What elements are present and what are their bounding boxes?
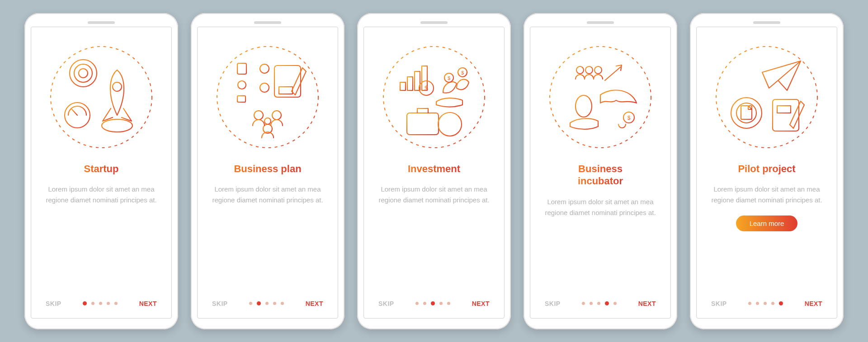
next-button[interactable]: NEXT — [139, 300, 157, 307]
dot-3[interactable] — [597, 302, 600, 305]
screen-description: Lorem ipsum dolor sit amet an mea region… — [708, 184, 825, 206]
dot-4[interactable] — [273, 302, 276, 305]
dot-2[interactable] — [756, 302, 759, 305]
screen-title: Investment — [408, 163, 460, 175]
page-indicator — [748, 302, 783, 305]
dot-3[interactable] — [431, 301, 435, 305]
phone-speaker — [88, 21, 115, 24]
svg-rect-15 — [237, 63, 246, 74]
next-button[interactable]: NEXT — [306, 300, 323, 307]
business-incubator-illustration: $ — [548, 45, 652, 149]
dot-5[interactable] — [281, 302, 284, 305]
screen-description: Lorem ipsum dolor sit amet an mea region… — [376, 184, 492, 206]
screen-title: Business incubator — [578, 163, 623, 187]
page-indicator — [582, 302, 617, 305]
onboarding-phone-5: Pilot project Lorem ipsum dolor sit amet… — [690, 13, 844, 329]
svg-point-7 — [102, 119, 132, 132]
skip-button[interactable]: SKIP — [711, 300, 727, 307]
pilot-project-illustration — [715, 45, 819, 149]
dot-5[interactable] — [447, 302, 450, 305]
dot-3[interactable] — [99, 302, 102, 305]
page-indicator — [249, 302, 284, 305]
dot-2[interactable] — [91, 302, 94, 305]
svg-point-10 — [217, 47, 318, 148]
next-button[interactable]: NEXT — [805, 300, 822, 307]
skip-button[interactable]: SKIP — [378, 300, 394, 307]
onboarding-phone-3: $ $ $ Investment Lorem ipsum dolor sit a… — [357, 13, 511, 329]
business-plan-illustration — [216, 45, 320, 149]
onboarding-footer: SKIP NEXT — [376, 300, 492, 309]
dot-1[interactable] — [415, 302, 419, 305]
svg-point-46 — [585, 66, 593, 74]
svg-point-25 — [272, 111, 281, 120]
dot-3[interactable] — [265, 302, 269, 305]
dot-4[interactable] — [605, 301, 609, 305]
svg-point-52 — [716, 47, 817, 148]
svg-text:$: $ — [461, 70, 464, 75]
dot-1[interactable] — [582, 302, 585, 305]
next-button[interactable]: NEXT — [472, 300, 490, 307]
onboarding-screen: Pilot project Lorem ipsum dolor sit amet… — [696, 27, 837, 319]
dot-1[interactable] — [249, 302, 252, 305]
svg-rect-29 — [400, 82, 406, 90]
skip-button[interactable]: SKIP — [46, 300, 61, 307]
svg-line-9 — [72, 109, 77, 115]
svg-rect-39 — [407, 113, 439, 135]
onboarding-footer: SKIP NEXT — [708, 300, 825, 309]
onboarding-footer: SKIP NEXT — [542, 300, 659, 309]
dot-2[interactable] — [590, 302, 593, 305]
dot-4[interactable] — [771, 302, 774, 305]
onboarding-footer: SKIP NEXT — [209, 300, 326, 309]
page-indicator — [415, 302, 450, 305]
svg-point-24 — [254, 111, 263, 120]
screen-title: Startup — [84, 163, 119, 175]
onboarding-screen: $ Business incubator Lorem ipsum dolor s… — [530, 27, 671, 319]
learn-more-button[interactable]: Learn more — [736, 216, 798, 231]
onboarding-phone-1: Startup Lorem ipsum dolor sit amet an me… — [24, 13, 178, 329]
svg-point-16 — [260, 64, 269, 73]
svg-point-6 — [113, 82, 122, 91]
svg-rect-60 — [777, 106, 791, 113]
svg-text:$: $ — [425, 84, 428, 92]
phone-speaker — [420, 21, 448, 24]
svg-text:$: $ — [448, 75, 450, 81]
dot-5[interactable] — [779, 301, 783, 305]
dot-3[interactable] — [764, 302, 767, 305]
skip-button[interactable]: SKIP — [545, 300, 561, 307]
investment-illustration: $ $ $ — [382, 45, 486, 149]
dot-5[interactable] — [613, 302, 617, 305]
dot-4[interactable] — [439, 302, 443, 305]
svg-rect-18 — [237, 96, 245, 102]
startup-illustration — [49, 45, 153, 149]
dot-5[interactable] — [114, 302, 118, 305]
page-indicator — [83, 302, 118, 305]
svg-point-0 — [51, 47, 152, 148]
next-button[interactable]: NEXT — [638, 300, 656, 307]
onboarding-phone-4: $ Business incubator Lorem ipsum dolor s… — [524, 13, 677, 329]
screen-description: Lorem ipsum dolor sit amet an mea region… — [542, 197, 659, 218]
phone-speaker — [254, 21, 281, 24]
screen-description: Lorem ipsum dolor sit amet an mea region… — [209, 184, 326, 206]
dot-4[interactable] — [107, 302, 110, 305]
svg-point-51 — [576, 95, 592, 117]
phone-speaker — [587, 21, 614, 24]
dot-2[interactable] — [257, 301, 261, 305]
onboarding-phone-2: Business plan Lorem ipsum dolor sit amet… — [191, 13, 344, 329]
skip-button[interactable]: SKIP — [212, 300, 228, 307]
svg-point-17 — [238, 81, 246, 89]
dot-1[interactable] — [83, 301, 87, 305]
dot-1[interactable] — [748, 302, 751, 305]
onboarding-footer: SKIP NEXT — [43, 300, 160, 309]
svg-text:$: $ — [627, 115, 631, 121]
screen-title: Business plan — [234, 163, 301, 175]
svg-point-45 — [576, 66, 584, 74]
screen-description: Lorem ipsum dolor sit amet an mea region… — [43, 184, 160, 206]
svg-rect-30 — [407, 77, 413, 90]
svg-point-28 — [383, 47, 485, 148]
onboarding-screen: Business plan Lorem ipsum dolor sit amet… — [197, 27, 338, 319]
dot-2[interactable] — [423, 302, 426, 305]
svg-rect-14 — [279, 87, 292, 94]
svg-rect-59 — [773, 99, 799, 131]
svg-point-19 — [260, 83, 269, 92]
svg-point-27 — [264, 118, 271, 124]
